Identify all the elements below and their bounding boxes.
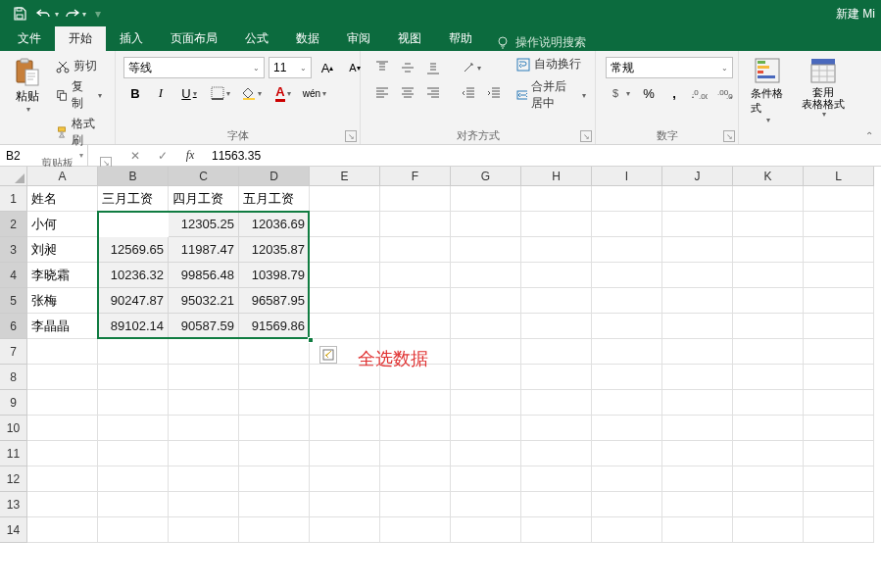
tab-review[interactable]: 审阅 xyxy=(333,26,384,51)
save-button[interactable] xyxy=(6,2,33,25)
cell[interactable] xyxy=(239,416,310,441)
cell[interactable] xyxy=(451,517,521,543)
cell[interactable] xyxy=(592,365,662,390)
cell[interactable]: 刘昶 xyxy=(27,237,98,263)
cell[interactable] xyxy=(451,492,521,517)
tab-home[interactable]: 开始 xyxy=(55,26,106,51)
cell[interactable] xyxy=(310,390,380,416)
col-header-J[interactable]: J xyxy=(662,167,733,186)
cell[interactable] xyxy=(662,466,733,492)
cell[interactable] xyxy=(451,416,521,441)
cell[interactable]: 三月工资 xyxy=(98,186,169,212)
cell[interactable] xyxy=(592,288,662,314)
col-header-E[interactable]: E xyxy=(310,167,380,186)
row-header-1[interactable]: 1 xyxy=(0,186,27,212)
cell[interactable] xyxy=(380,441,451,466)
row-header-7[interactable]: 7 xyxy=(0,339,27,365)
cell[interactable] xyxy=(310,441,380,466)
cell[interactable] xyxy=(521,517,592,543)
cell[interactable] xyxy=(592,492,662,517)
cell[interactable] xyxy=(733,441,804,466)
row-header-6[interactable]: 6 xyxy=(0,314,27,339)
cell[interactable] xyxy=(592,237,662,263)
fill-color-button[interactable]: ▾ xyxy=(237,82,267,104)
col-header-B[interactable]: B xyxy=(98,167,169,186)
cell[interactable] xyxy=(521,237,592,263)
align-left-button[interactable] xyxy=(370,82,394,104)
cell[interactable] xyxy=(662,365,733,390)
row-header-5[interactable]: 5 xyxy=(0,288,27,314)
row-header-4[interactable]: 4 xyxy=(0,263,27,288)
cell[interactable] xyxy=(380,492,451,517)
cell[interactable] xyxy=(662,288,733,314)
col-header-G[interactable]: G xyxy=(451,167,521,186)
increase-indent-button[interactable] xyxy=(482,82,506,104)
cell[interactable]: 96587.95 xyxy=(239,288,310,314)
cell[interactable] xyxy=(804,390,874,416)
cell[interactable] xyxy=(733,466,804,492)
cell[interactable] xyxy=(733,263,804,288)
cell[interactable] xyxy=(451,288,521,314)
select-all-corner[interactable] xyxy=(0,167,27,186)
cell[interactable] xyxy=(521,314,592,339)
cell[interactable] xyxy=(662,186,733,212)
redo-button[interactable]: ▾ xyxy=(61,2,88,25)
cut-button[interactable]: 剪切 xyxy=(53,57,105,75)
cell[interactable] xyxy=(451,186,521,212)
cell[interactable] xyxy=(592,314,662,339)
cell[interactable]: 91569.86 xyxy=(239,314,310,339)
cell[interactable] xyxy=(451,212,521,237)
cell[interactable] xyxy=(169,339,239,365)
cell[interactable] xyxy=(27,416,98,441)
cell[interactable] xyxy=(592,212,662,237)
cell[interactable] xyxy=(521,212,592,237)
cell[interactable]: 四月工资 xyxy=(169,186,239,212)
copy-button[interactable]: 复制▾ xyxy=(53,77,105,113)
tell-me[interactable]: 操作说明搜索 xyxy=(486,34,596,51)
cell[interactable]: 99856.48 xyxy=(169,263,239,288)
cell[interactable] xyxy=(380,390,451,416)
row-header-12[interactable]: 12 xyxy=(0,466,27,492)
underline-button[interactable]: U▾ xyxy=(174,82,204,104)
row-headers[interactable]: 1234567891011121314 xyxy=(0,186,27,543)
italic-button[interactable]: I xyxy=(149,82,172,104)
row-header-9[interactable]: 9 xyxy=(0,390,27,416)
cell[interactable] xyxy=(733,517,804,543)
cell[interactable] xyxy=(98,390,169,416)
cell[interactable] xyxy=(662,263,733,288)
cell[interactable] xyxy=(451,441,521,466)
cell[interactable]: 12569.65 xyxy=(98,237,169,263)
number-dialog-launcher[interactable]: ↘ xyxy=(723,130,735,142)
col-header-L[interactable]: L xyxy=(804,167,874,186)
cell[interactable] xyxy=(98,416,169,441)
cell[interactable] xyxy=(380,186,451,212)
cell[interactable] xyxy=(804,288,874,314)
cell[interactable] xyxy=(239,339,310,365)
col-header-C[interactable]: C xyxy=(169,167,239,186)
align-top-button[interactable] xyxy=(370,57,394,78)
cell[interactable] xyxy=(239,390,310,416)
cell[interactable] xyxy=(662,237,733,263)
font-name-combo[interactable]: 等线⌄ xyxy=(123,57,265,78)
tab-layout[interactable]: 页面布局 xyxy=(157,26,231,51)
cell[interactable] xyxy=(310,237,380,263)
cell[interactable] xyxy=(662,416,733,441)
cell[interactable] xyxy=(521,416,592,441)
cell[interactable]: 10236.32 xyxy=(98,263,169,288)
cell[interactable] xyxy=(169,517,239,543)
cell[interactable] xyxy=(239,492,310,517)
tab-help[interactable]: 帮助 xyxy=(435,26,486,51)
cell[interactable] xyxy=(521,339,592,365)
cell[interactable] xyxy=(662,314,733,339)
tab-data[interactable]: 数据 xyxy=(282,26,333,51)
cell[interactable] xyxy=(804,441,874,466)
cell[interactable] xyxy=(380,466,451,492)
cell[interactable] xyxy=(239,441,310,466)
cell[interactable] xyxy=(169,492,239,517)
font-size-combo[interactable]: 11⌄ xyxy=(269,57,312,78)
cell[interactable] xyxy=(451,237,521,263)
cell[interactable] xyxy=(592,416,662,441)
cell[interactable]: 95032.21 xyxy=(169,288,239,314)
cell[interactable] xyxy=(521,288,592,314)
col-header-A[interactable]: A xyxy=(27,167,98,186)
